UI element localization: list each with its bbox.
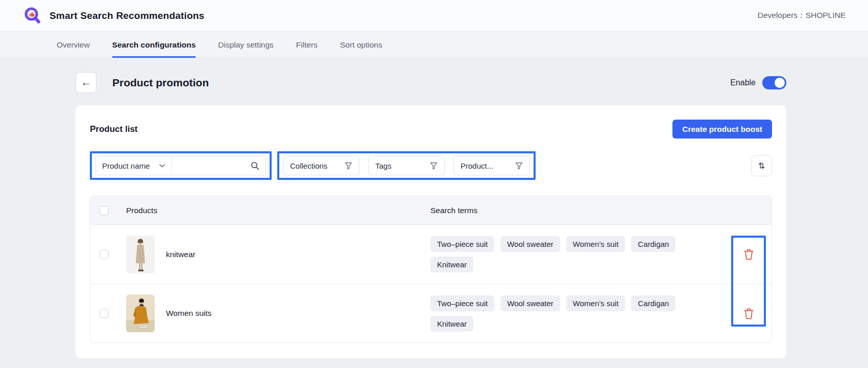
search-term-tag: Knitwear (430, 316, 473, 332)
filter-funnel-icon (430, 162, 438, 170)
developers-label: Developers：SHOPLINE (758, 10, 846, 21)
search-term-tag: Wool sweater (500, 295, 560, 311)
delete-row-button[interactable] (740, 245, 757, 263)
filter-collections-button[interactable]: Collections (283, 156, 359, 175)
delete-row-button[interactable] (740, 305, 757, 323)
sort-button[interactable]: ⇅ (751, 155, 772, 176)
row-checkbox[interactable] (100, 309, 109, 318)
table-row: Women suits Two–piece suit Wool sweater … (90, 284, 771, 342)
product-image (126, 236, 155, 273)
search-control: Product name (95, 156, 266, 175)
search-term-tag: Cardigan (631, 236, 676, 252)
app-header: Smart Search Recommendations Developers：… (0, 0, 868, 32)
search-input[interactable] (178, 162, 251, 170)
search-term-tag: Two–piece suit (430, 295, 494, 311)
search-term-tag: Cardigan (631, 295, 676, 311)
search-highlight-box: Product name (90, 151, 272, 180)
filter-funnel-icon (345, 162, 352, 170)
table-header: Products Search terms (90, 196, 771, 225)
filter-collections-label: Collections (290, 162, 327, 170)
tab-search-configurations[interactable]: Search configurations (112, 32, 196, 58)
product-image (126, 294, 155, 332)
product-name: knitwear (166, 250, 196, 259)
filter-product-label: Product... (461, 162, 493, 170)
enable-control: Enable (730, 76, 786, 89)
tab-overview[interactable]: Overview (57, 32, 90, 58)
product-name: Women suits (166, 309, 211, 318)
back-arrow-icon: ← (81, 77, 91, 88)
search-field-selector-label: Product name (102, 162, 150, 170)
search-terms-cell: Two–piece suit Wool sweater Women’s suit… (430, 289, 726, 338)
search-term-tag: Wool sweater (500, 236, 560, 252)
app-title: Smart Search Recommendations (50, 10, 204, 21)
select-all-checkbox[interactable] (100, 206, 109, 215)
tab-bar: Overview Search configurations Display s… (0, 32, 868, 58)
search-field-selector[interactable]: Product name (96, 156, 172, 175)
filter-product-button[interactable]: Product... (453, 156, 530, 175)
back-button[interactable]: ← (76, 72, 97, 93)
filter-tags-label: Tags (375, 162, 392, 170)
column-search-terms: Search terms (430, 206, 726, 215)
product-table: Products Search terms (90, 196, 772, 343)
enable-toggle[interactable] (762, 76, 786, 89)
page-head: ← Product promotion Enable (76, 72, 786, 93)
search-term-tag: Women’s suit (566, 236, 625, 252)
product-list-title: Product list (90, 124, 138, 134)
product-list-card: Product list Create product boost Produc… (76, 105, 786, 358)
tab-display-settings[interactable]: Display settings (218, 32, 274, 58)
page-title: Product promotion (112, 77, 209, 89)
search-term-tag: Knitwear (430, 257, 473, 272)
search-terms-cell: Two–piece suit Wool sweater Women’s suit… (430, 230, 726, 279)
app-logo-icon (23, 6, 42, 25)
search-term-tag: Two–piece suit (430, 236, 494, 252)
app-root: Smart Search Recommendations Developers：… (0, 0, 868, 358)
table-row: knitwear Two–piece suit Wool sweater Wom… (90, 225, 771, 284)
search-icon (251, 162, 259, 170)
search-term-tag: Women’s suit (566, 295, 625, 311)
create-product-boost-button[interactable]: Create product boost (672, 120, 772, 139)
row-checkbox[interactable] (100, 250, 109, 259)
card-head: Product list Create product boost (90, 120, 772, 139)
tab-filters[interactable]: Filters (296, 32, 318, 58)
sort-icon: ⇅ (758, 161, 765, 171)
toggle-knob (775, 78, 785, 88)
tab-sort-options[interactable]: Sort options (340, 32, 382, 58)
filters-highlight-box: Collections Tags Product... (277, 151, 536, 180)
search-input-wrap (172, 156, 266, 175)
table-wrap: Products Search terms (90, 196, 772, 343)
main-content: ← Product promotion Enable Product list … (0, 72, 868, 358)
filter-tags-button[interactable]: Tags (368, 156, 445, 175)
filter-row: Product name (90, 151, 772, 180)
column-products: Products (119, 206, 430, 215)
chevron-down-icon (159, 164, 165, 168)
filter-funnel-icon (515, 162, 523, 170)
enable-label: Enable (730, 78, 756, 87)
trash-icon (743, 308, 754, 319)
trash-icon (743, 248, 754, 260)
